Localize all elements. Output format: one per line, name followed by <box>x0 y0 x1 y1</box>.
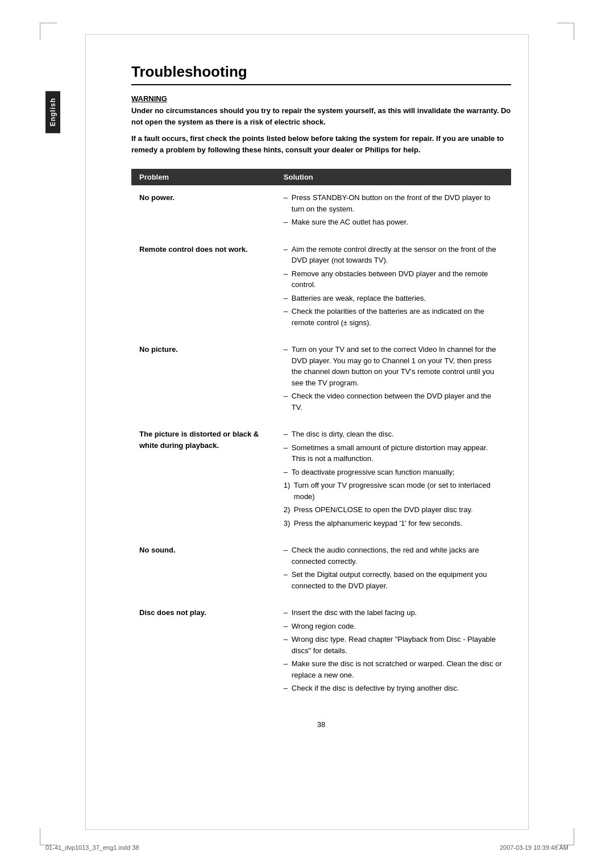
warning-label: WARNING <box>131 94 511 103</box>
solution-numbered-item: Turn off your TV progressive scan mode (… <box>284 480 503 502</box>
solution-item: Aim the remote control directly at the s… <box>284 244 503 266</box>
solution-item: Press STANDBY-ON button on the front of … <box>284 192 503 214</box>
corner-mark-tl-v <box>40 23 40 40</box>
page-title: Troubleshooting <box>131 63 511 85</box>
solution-cell: Insert the disc with the label facing up… <box>276 600 511 703</box>
solution-item: Insert the disc with the label facing up… <box>284 607 503 618</box>
troubleshooting-table: Problem Solution No power.Press STANDBY-… <box>131 169 511 703</box>
problem-cell: No power. <box>131 185 276 237</box>
table-header-row: Problem Solution <box>131 169 511 185</box>
solution-item: The disc is dirty, clean the disc. <box>284 429 503 440</box>
solution-item: Sometimes a small amount of picture dist… <box>284 442 503 464</box>
table-row: Remote control does not work.Aim the rem… <box>131 237 511 338</box>
solution-cell: Check the audio connections, the red and… <box>276 538 511 600</box>
corner-mark-tr-h <box>557 23 574 23</box>
solution-item: Make sure the AC outlet has power. <box>284 217 503 228</box>
table-row: No sound.Check the audio connections, th… <box>131 538 511 600</box>
problem-cell: No picture. <box>131 337 276 422</box>
solution-cell: Aim the remote control directly at the s… <box>276 237 511 338</box>
footer: 01-41_dvp1013_37_eng1.indd 38 2007-03-19… <box>45 844 569 851</box>
solution-item: To deactivate progressive scan function … <box>284 467 503 478</box>
solution-item: Turn on your TV and set to the correct V… <box>284 344 503 388</box>
solution-item: Make sure the disc is not scratched or w… <box>284 658 503 680</box>
solution-item: Wrong disc type. Read chapter "Playback … <box>284 634 503 656</box>
solution-cell: The disc is dirty, clean the disc.Someti… <box>276 422 511 538</box>
warning-section: WARNING Under no circumstances should yo… <box>131 94 511 155</box>
solution-numbered-item: Press the alphanumeric keypad '1' for fe… <box>284 518 503 529</box>
solution-item: Check if the disc is defective by trying… <box>284 683 503 694</box>
footer-left: 01-41_dvp1013_37_eng1.indd 38 <box>45 844 139 851</box>
solution-item: Check the audio connections, the red and… <box>284 545 503 567</box>
main-content-border: Troubleshooting WARNING Under no circums… <box>85 34 529 830</box>
problem-cell: Disc does not play. <box>131 600 276 703</box>
table-row: No picture.Turn on your TV and set to th… <box>131 337 511 422</box>
column-problem: Problem <box>131 169 276 185</box>
solution-item: Wrong region code. <box>284 621 503 632</box>
warning-text1: Under no circumstances should you try to… <box>131 105 511 127</box>
table-row: Disc does not play.Insert the disc with … <box>131 600 511 703</box>
solution-item: Remove any obstacles between DVD player … <box>284 268 503 290</box>
problem-cell: Remote control does not work. <box>131 237 276 338</box>
table-row: The picture is distorted or black & whit… <box>131 422 511 538</box>
solution-item: Check the video connection between the D… <box>284 391 503 413</box>
solution-cell: Press STANDBY-ON button on the front of … <box>276 185 511 237</box>
solution-item: Check the polarities of the batteries ar… <box>284 306 503 328</box>
table-row: No power.Press STANDBY-ON button on the … <box>131 185 511 237</box>
problem-cell: No sound. <box>131 538 276 600</box>
page-number: 38 <box>131 720 511 729</box>
warning-text2: If a fault occurs, first check the point… <box>131 133 511 155</box>
solution-item: Set the Digital output correctly, based … <box>284 569 503 591</box>
page: English Troubleshooting WARNING Under no… <box>0 0 614 868</box>
problem-cell: The picture is distorted or black & whit… <box>131 422 276 538</box>
corner-mark-tr-v <box>574 23 574 40</box>
solution-cell: Turn on your TV and set to the correct V… <box>276 337 511 422</box>
footer-right: 2007-03-19 10:39:48 AM <box>500 844 569 851</box>
solution-item: Batteries are weak, replace the batterie… <box>284 293 503 304</box>
corner-mark-tl-h <box>40 23 57 23</box>
content-area: Troubleshooting WARNING Under no circums… <box>131 63 511 729</box>
corner-mark-bl-v <box>40 828 40 845</box>
solution-numbered-item: Press OPEN/CLOSE to open the DVD player … <box>284 504 503 516</box>
corner-mark-br-v <box>574 828 574 845</box>
column-solution: Solution <box>276 169 511 185</box>
english-tab: English <box>45 91 60 133</box>
